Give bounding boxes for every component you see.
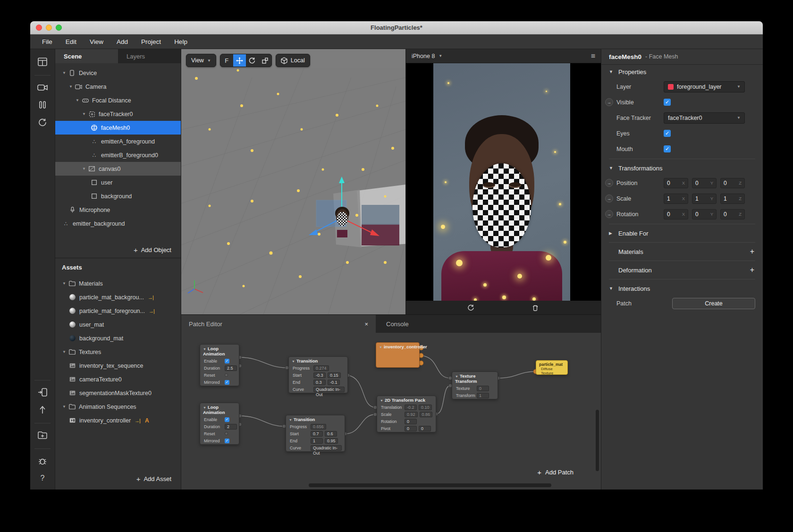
chevron-down-icon[interactable]: ▼ (439, 54, 442, 58)
eyes-checkbox[interactable]: ✓ (664, 130, 671, 137)
scene-item-facemesh0[interactable]: faceMesh0 (55, 121, 181, 135)
create-patch-button[interactable]: Create (672, 298, 755, 309)
add-deformation-button[interactable]: + (750, 266, 754, 274)
collapse-icon[interactable]: ▼ (203, 347, 206, 351)
asset-camera-texture0[interactable]: cameraTexture0 (55, 372, 181, 386)
menu-view[interactable]: View (84, 36, 110, 48)
local-space-button[interactable]: Local (276, 54, 310, 67)
import-folder-icon[interactable] (36, 429, 49, 441)
patch-node-transition-b[interactable]: ▼Transition Progress0.656 Start0.70.6 En… (286, 415, 345, 452)
asset-background-mat[interactable]: background_mat (55, 331, 181, 345)
asset-particle-mat-foreground[interactable]: particle_mat_foregroun... →| (55, 304, 181, 318)
title-bar[interactable]: FloatingParticles* (30, 21, 763, 34)
minimize-window-button[interactable] (46, 25, 52, 31)
add-object-button[interactable]: + Add Object (55, 242, 181, 258)
scene-item-device[interactable]: ▼ Device (55, 66, 181, 80)
asset-inventory-controller[interactable]: inventory_controller →| A (55, 414, 181, 427)
help-icon[interactable]: ? (36, 472, 49, 484)
menu-edit[interactable]: Edit (59, 36, 83, 48)
rotation-x-field[interactable]: 0X (664, 209, 688, 220)
scene-item-canvas0[interactable]: ▼ canvas0 (55, 162, 181, 176)
section-interactions[interactable]: ▼ Interactions (601, 281, 763, 296)
scene-item-focal-distance[interactable]: ▼ Focal Distance (55, 93, 181, 107)
asset-folder-textures[interactable]: ▼ Textures (55, 345, 181, 359)
scale-tool[interactable] (259, 54, 271, 67)
expander-icon[interactable]: ▼ (62, 71, 67, 75)
expander-icon[interactable]: ▼ (62, 405, 67, 409)
pulse-button[interactable] (225, 373, 228, 377)
scene-item-background[interactable]: background (55, 189, 181, 203)
patch-node-2d-transform-pack[interactable]: ▼2D Transform Pack Translation-0.20.10 S… (377, 396, 436, 432)
section-materials[interactable]: Materials + (601, 245, 763, 259)
section-properties[interactable]: ▼ Properties (601, 65, 763, 79)
menu-project[interactable]: Project (135, 36, 167, 48)
mouth-checkbox[interactable]: ✓ (664, 145, 671, 152)
checkbox-checked[interactable]: ✓ (225, 380, 229, 385)
pause-icon[interactable] (36, 99, 49, 111)
menu-add[interactable]: Add (110, 36, 134, 48)
patch-node-inventory-controller[interactable]: ▼inventory_controller (376, 342, 420, 368)
checkbox-checked[interactable]: ✓ (225, 417, 229, 422)
asset-folder-materials[interactable]: ▼ Materials (55, 277, 181, 290)
expander-icon[interactable]: ▼ (62, 350, 67, 354)
visible-checkbox[interactable]: ✓ (664, 99, 671, 106)
rotation-y-field[interactable]: 0Y (692, 209, 717, 220)
send-to-device-icon[interactable] (36, 386, 49, 398)
position-z-field[interactable]: 0Z (720, 178, 745, 188)
view-dropdown[interactable]: View ▼ (186, 54, 216, 67)
checkbox-checked[interactable]: ✓ (225, 359, 229, 363)
menu-file[interactable]: File (36, 36, 59, 48)
asset-segmentation-mask-texture0[interactable]: segmentationMaskTexture0 (55, 386, 181, 400)
layer-dropdown[interactable]: foreground_layer ▼ (664, 81, 745, 93)
close-icon[interactable]: × (364, 321, 368, 328)
zoom-window-button[interactable] (56, 25, 62, 31)
section-enable-for[interactable]: ▶ Enable For (601, 226, 763, 240)
scene-item-facetracker0[interactable]: ▼ faceTracker0 (55, 107, 181, 121)
section-transformations[interactable]: ▼ Transformations (601, 161, 763, 175)
expander-icon[interactable]: ▼ (82, 167, 86, 171)
patch-editor-canvas[interactable]: ▼Loop Animation Enable✓ Duration2.5 Rese… (181, 333, 601, 490)
add-asset-button[interactable]: + Add Asset (55, 471, 181, 487)
expander-icon[interactable]: ▼ (82, 112, 86, 116)
asset-inventory-tex-sequence[interactable]: inventory_tex_sequence (55, 359, 181, 372)
tab-layers[interactable]: Layers (118, 49, 181, 63)
scale-y-field[interactable]: 1Y (692, 194, 717, 204)
restart-icon[interactable] (36, 116, 49, 128)
position-x-field[interactable]: 0X (664, 178, 688, 188)
face-tracker-dropdown[interactable]: faceTracker0 ▼ (664, 112, 745, 124)
rotation-z-field[interactable]: 0Z (720, 209, 745, 220)
collapse-icon[interactable]: ▼ (455, 375, 458, 378)
collapse-icon[interactable]: ▼ (203, 406, 206, 409)
upload-icon[interactable] (36, 404, 49, 416)
bug-report-icon[interactable] (36, 455, 49, 467)
pulse-button[interactable] (225, 432, 228, 435)
tab-patch-editor[interactable]: Patch Editor × (181, 315, 376, 333)
asset-folder-animation-sequences[interactable]: ▼ Animation Sequences (55, 400, 181, 414)
scene-item-microphone[interactable]: Microphone (55, 203, 181, 217)
patch-node-loop-animation-a[interactable]: ▼Loop Animation Enable✓ Duration2.5 Rese… (200, 344, 239, 386)
scene-item-user[interactable]: user (55, 176, 181, 189)
vertical-scrollbar[interactable] (596, 410, 599, 471)
patch-connector-icon[interactable]: → (605, 194, 613, 203)
rotate-tool[interactable] (246, 54, 259, 67)
close-window-button[interactable] (36, 25, 42, 31)
patch-connector-icon[interactable]: → (605, 179, 613, 187)
add-patch-button[interactable]: + Add Patch (537, 468, 574, 476)
simulator-menu-icon[interactable]: ≡ (591, 52, 595, 60)
select-tool[interactable]: F (220, 54, 233, 67)
expander-icon[interactable]: ▼ (62, 281, 67, 286)
patch-node-texture-transform[interactable]: ▼Texture Transform Texture0 Transform1 (452, 372, 498, 399)
tab-scene[interactable]: Scene (55, 49, 118, 63)
expander-icon[interactable]: ▼ (75, 98, 80, 102)
collapse-icon[interactable]: ▼ (292, 360, 295, 363)
scene-item-camera[interactable]: ▼ Camera (55, 80, 181, 93)
collapse-icon[interactable]: ▼ (289, 418, 292, 422)
curve-dropdown[interactable]: Quadratic In-Out (313, 387, 345, 392)
collapse-icon[interactable]: ▼ (380, 399, 383, 402)
restart-simulation-icon[interactable] (467, 304, 474, 311)
asset-user-mat[interactable]: user_mat (55, 318, 181, 331)
patch-node-particle-mat[interactable]: particle_mat Diffuse Texture (536, 360, 568, 375)
scene-item-emittera-foreground[interactable]: ∴ emitterA_foreground (55, 135, 181, 148)
scene-item-emitterb-foreground0[interactable]: ∴ emitterB_foreground0 (55, 148, 181, 162)
add-material-button[interactable]: + (750, 247, 754, 256)
